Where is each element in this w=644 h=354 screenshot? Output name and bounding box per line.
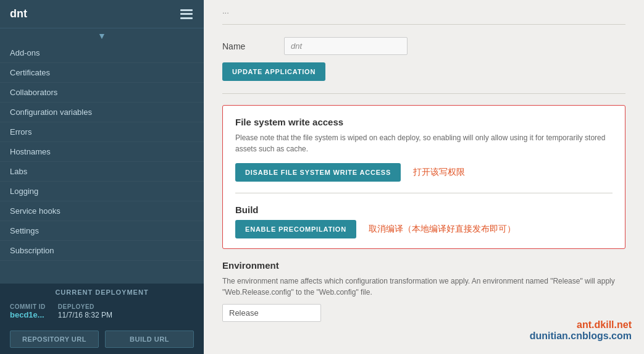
sidebar-item-subscription[interactable]: Subscription [0, 241, 204, 261]
update-application-button[interactable]: UPDATE APPLICATION [222, 62, 325, 81]
divider-2 [235, 193, 613, 193]
build-chinese-note: 取消编译（本地编译好直接发布即可） [369, 224, 516, 235]
name-input[interactable] [284, 37, 408, 55]
sidebar-header: dnt [0, 0, 204, 28]
breadcrumb: ... [222, 0, 625, 25]
breadcrumb-text: ... [222, 6, 229, 15]
menu-icon[interactable] [179, 8, 194, 20]
file-system-action-row: DISABLE FILE SYSTEM WRITE ACCESS 打开该写权限 [235, 163, 613, 182]
sidebar-item-errors[interactable]: Errors [0, 122, 204, 142]
main-content: ... Name UPDATE APPLICATION File system … [204, 0, 644, 354]
commit-id-value: becd1e... [10, 310, 44, 319]
environment-description: The environment name affects which confi… [222, 276, 625, 298]
build-url-button[interactable]: BUILD URL [105, 331, 194, 348]
sidebar-arrow: ▼ [0, 28, 204, 43]
sidebar-item-hostnames[interactable]: Hostnames [0, 142, 204, 162]
name-form-row: Name [222, 37, 625, 55]
deployed-col: DEPLOYED 11/7/16 8:32 PM [58, 303, 112, 319]
sidebar-item-certificates[interactable]: Certificates [0, 63, 204, 83]
sidebar-item-logging[interactable]: Logging [0, 182, 204, 201]
sidebar: dnt ▼ Add-ons Certificates Collaborators… [0, 0, 204, 354]
deployment-info: COMMIT ID becd1e... DEPLOYED 11/7/16 8:3… [0, 298, 204, 324]
name-label: Name [222, 41, 272, 51]
sidebar-item-settings[interactable]: Settings [0, 221, 204, 241]
enable-precompilation-button[interactable]: ENABLE PRECOMPILATION [235, 220, 356, 238]
disable-file-system-button[interactable]: DISABLE FILE SYSTEM WRITE ACCESS [235, 163, 401, 182]
sidebar-item-service-hooks[interactable]: Service hooks [0, 201, 204, 221]
sidebar-action-buttons: REPOSITORY URL BUILD URL [0, 324, 204, 354]
sidebar-item-collaborators[interactable]: Collaborators [0, 83, 204, 103]
build-title: Build [235, 204, 613, 215]
file-system-chinese-note: 打开该写权限 [413, 167, 465, 178]
chevron-down-icon: ▼ [98, 31, 106, 41]
sidebar-item-addons[interactable]: Add-ons [0, 43, 204, 63]
repository-url-button[interactable]: REPOSITORY URL [10, 331, 99, 348]
current-deployment-label: CURRENT DEPLOYMENT [0, 284, 204, 298]
divider-1 [222, 93, 625, 94]
commit-id-col: COMMIT ID becd1e... [10, 303, 46, 319]
sidebar-nav: Add-ons Certificates Collaborators Confi… [0, 43, 204, 284]
file-system-description: Please note that the file system is wipe… [235, 132, 613, 154]
file-system-section: File system write access Please note tha… [222, 105, 625, 249]
environment-title: Environment [222, 260, 625, 271]
deployed-value: 11/7/16 8:32 PM [58, 311, 112, 319]
update-application-section: Name UPDATE APPLICATION [222, 37, 625, 81]
sidebar-title: dnt [10, 7, 27, 20]
commit-id-label: COMMIT ID [10, 303, 46, 310]
build-action-row: ENABLE PRECOMPILATION 取消编译（本地编译好直接发布即可） [235, 220, 613, 238]
sidebar-item-labs[interactable]: Labs [0, 162, 204, 182]
environment-input[interactable] [222, 304, 321, 322]
sidebar-item-config-variables[interactable]: Configuration variables [0, 103, 204, 122]
file-system-title: File system write access [235, 117, 613, 127]
environment-section: Environment The environment name affects… [222, 260, 625, 322]
deployed-label: DEPLOYED [58, 303, 112, 310]
